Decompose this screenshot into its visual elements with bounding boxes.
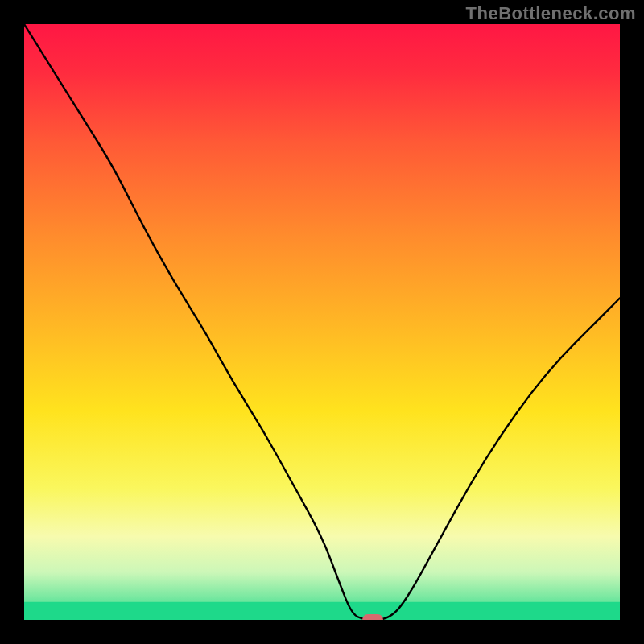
watermark-text: TheBottleneck.com [466,3,636,24]
chart-frame: TheBottleneck.com [0,0,644,644]
optimal-marker [362,614,383,620]
plot-svg [24,24,620,620]
plot-area [24,24,620,620]
green-band [24,602,620,620]
gradient-background [24,24,620,620]
